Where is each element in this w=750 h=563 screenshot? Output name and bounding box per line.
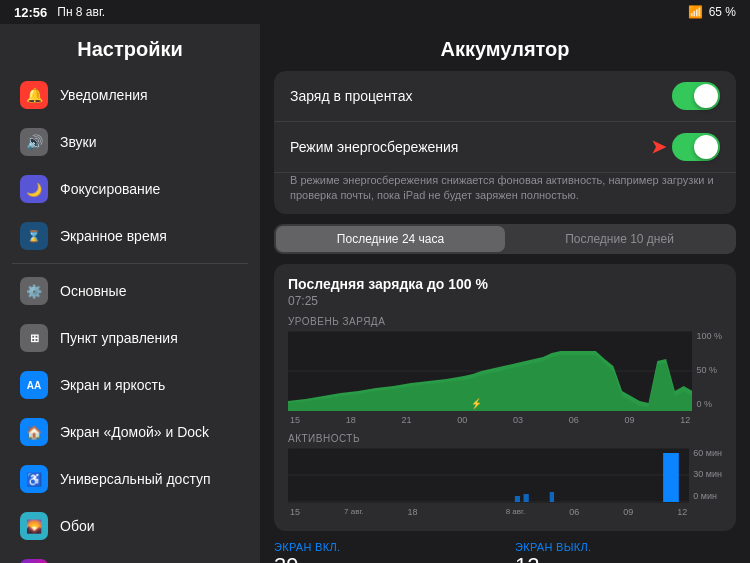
activity-section: АКТИВНОСТЬ	[288, 433, 722, 519]
last-charge-time: 07:25	[288, 294, 722, 308]
tab-10d[interactable]: Последние 10 дней	[505, 226, 734, 252]
activity-chart-row: 15 7 авг. 18 8 авг. 06 09 12 60 мин 30 м…	[288, 448, 722, 519]
screen-off-block: Экран выкл. 12 мин	[515, 541, 736, 563]
sidebar-item-control-center-label: Пункт управления	[60, 330, 178, 346]
battery-level-label: УРОВЕНЬ ЗАРЯДА	[288, 316, 722, 327]
battery-x-labels: 15 18 21 00 03 06 09 12	[288, 415, 692, 425]
activity-label: АКТИВНОСТЬ	[288, 433, 722, 444]
battery-chart-row: ⚡ 15 18 21 00 03 06 09 12 100	[288, 331, 722, 427]
wifi-icon: 📶	[688, 5, 703, 19]
sidebar-item-home-label: Экран «Домой» и Dock	[60, 424, 209, 440]
activity-chart	[288, 448, 689, 503]
siri-icon: ◉	[20, 559, 48, 563]
screen-off-label: Экран выкл.	[515, 541, 736, 553]
sidebar-item-control-center[interactable]: ⊞ Пункт управления	[6, 315, 254, 361]
screen-off-value: 12 мин	[515, 553, 736, 563]
screen-time-icon: ⌛	[20, 222, 48, 250]
screen-on-value: 39 мин	[274, 553, 495, 563]
svg-text:⚡: ⚡	[471, 397, 482, 410]
notifications-icon: 🔔	[20, 81, 48, 109]
main-layout: Настройки 🔔 Уведомления 🔊 Звуки 🌙 Фокуси…	[0, 24, 750, 563]
sidebar-section-1: 🔔 Уведомления 🔊 Звуки 🌙 Фокусирование ⌛ …	[0, 72, 260, 259]
wallpaper-icon: 🌄	[20, 512, 48, 540]
activity-x-labels: 15 7 авг. 18 8 авг. 06 09 12	[288, 507, 689, 517]
power-saving-row: Режим энергосбережения ➤	[274, 122, 736, 173]
control-center-icon: ⊞	[20, 324, 48, 352]
tab-24h[interactable]: Последние 24 часа	[276, 226, 505, 252]
sidebar-item-accessibility-label: Универсальный доступ	[60, 471, 211, 487]
screen-off-number: 12	[515, 553, 539, 563]
status-time: 12:56	[14, 5, 47, 20]
arrow-indicator: ➤	[651, 133, 720, 161]
battery-percent-label: Заряд в процентах	[290, 88, 412, 104]
screen-on-block: Экран вкл. 39 мин	[274, 541, 495, 563]
sidebar-item-display-label: Экран и яркость	[60, 377, 165, 393]
sidebar-section-2: ⚙️ Основные ⊞ Пункт управления AA Экран …	[0, 268, 260, 563]
status-right: 📶 65 %	[688, 5, 736, 19]
toggle-knob-battery-percent	[694, 84, 718, 108]
last-charge-title: Последняя зарядка до 100 %	[288, 276, 722, 292]
sidebar-item-display[interactable]: AA Экран и яркость	[6, 362, 254, 408]
sidebar-item-home[interactable]: 🏠 Экран «Домой» и Dock	[6, 409, 254, 455]
sidebar-item-notifications-label: Уведомления	[60, 87, 148, 103]
battery-status: 65 %	[709, 5, 736, 19]
stats-row: Экран вкл. 39 мин Экран выкл. 12 мин	[274, 541, 736, 563]
battery-percent-toggle[interactable]	[672, 82, 720, 110]
content-title: Аккумулятор	[260, 24, 750, 71]
accessibility-icon: ♿	[20, 465, 48, 493]
activity-chart-area: 15 7 авг. 18 8 авг. 06 09 12	[288, 448, 689, 519]
battery-percent-row: Заряд в процентах	[274, 71, 736, 122]
sidebar-item-screen-time[interactable]: ⌛ Экранное время	[6, 213, 254, 259]
red-arrow-icon: ➤	[651, 136, 666, 158]
battery-y-labels: 100 % 50 % 0 %	[692, 331, 722, 411]
general-icon: ⚙️	[20, 277, 48, 305]
power-saving-desc: В режиме энергосбережения снижается фоно…	[274, 173, 736, 214]
tabs-container: Последние 24 часа Последние 10 дней	[274, 224, 736, 254]
svg-rect-12	[524, 494, 529, 502]
divider-1	[12, 263, 248, 264]
sounds-icon: 🔊	[20, 128, 48, 156]
sidebar-item-notifications[interactable]: 🔔 Уведомления	[6, 72, 254, 118]
sidebar-item-screen-time-label: Экранное время	[60, 228, 167, 244]
sidebar-item-wallpaper-label: Обои	[60, 518, 95, 534]
focus-icon: 🌙	[20, 175, 48, 203]
status-bar: 12:56 Пн 8 авг. 📶 65 %	[0, 0, 750, 24]
content-area: Аккумулятор Заряд в процентах Режим энер…	[260, 24, 750, 563]
sidebar-item-wallpaper[interactable]: 🌄 Обои	[6, 503, 254, 549]
sidebar-list: 🔔 Уведомления 🔊 Звуки 🌙 Фокусирование ⌛ …	[0, 71, 260, 563]
sidebar-item-sounds-label: Звуки	[60, 134, 97, 150]
sidebar-title: Настройки	[0, 24, 260, 71]
battery-chart-section: Последняя зарядка до 100 % 07:25 УРОВЕНЬ…	[274, 264, 736, 531]
display-icon: AA	[20, 371, 48, 399]
sidebar: Настройки 🔔 Уведомления 🔊 Звуки 🌙 Фокуси…	[0, 24, 260, 563]
sidebar-item-sounds[interactable]: 🔊 Звуки	[6, 119, 254, 165]
battery-chart-area: ⚡ 15 18 21 00 03 06 09 12	[288, 331, 692, 427]
svg-rect-11	[515, 496, 520, 502]
toggle-knob-power-saving	[694, 135, 718, 159]
screen-on-number: 39	[274, 553, 298, 563]
battery-settings-card: Заряд в процентах Режим энергосбережения…	[274, 71, 736, 214]
svg-rect-14	[663, 453, 679, 502]
svg-rect-7	[288, 448, 689, 503]
battery-chart: ⚡	[288, 331, 692, 411]
sidebar-item-accessibility[interactable]: ♿ Универсальный доступ	[6, 456, 254, 502]
sidebar-item-general[interactable]: ⚙️ Основные	[6, 268, 254, 314]
status-date: Пн 8 авг.	[57, 5, 105, 19]
screen-on-label: Экран вкл.	[274, 541, 495, 553]
activity-chart-svg	[288, 448, 689, 503]
activity-y-labels: 60 мин 30 мин 0 мин	[689, 448, 722, 503]
power-saving-toggle[interactable]	[672, 133, 720, 161]
sidebar-item-focus[interactable]: 🌙 Фокусирование	[6, 166, 254, 212]
sidebar-item-siri[interactable]: ◉ Siri и Поиск	[6, 550, 254, 563]
battery-chart-svg: ⚡	[288, 331, 692, 411]
sidebar-item-general-label: Основные	[60, 283, 126, 299]
sidebar-item-focus-label: Фокусирование	[60, 181, 160, 197]
power-saving-label: Режим энергосбережения	[290, 139, 458, 155]
home-icon: 🏠	[20, 418, 48, 446]
svg-rect-13	[550, 492, 554, 502]
